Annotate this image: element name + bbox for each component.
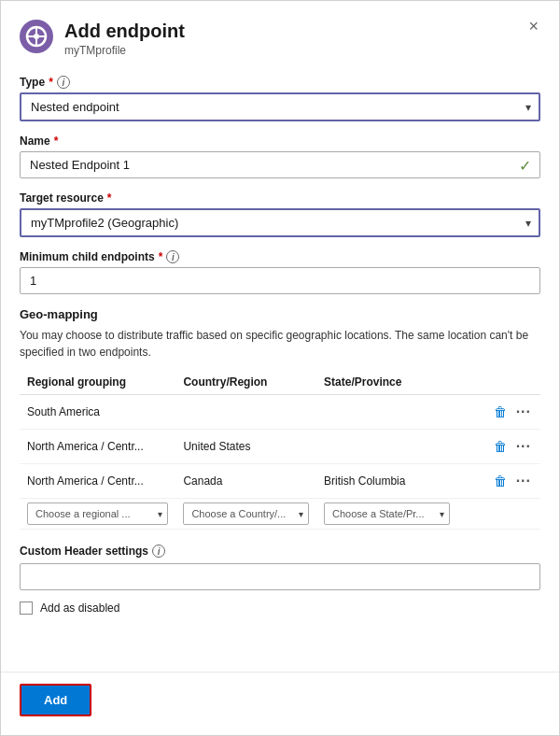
min-child-field-group: Minimum child endpoints * i	[20, 250, 540, 294]
min-child-label: Minimum child endpoints * i	[20, 250, 540, 263]
type-required: *	[49, 76, 53, 89]
action-icons: 🗑 ···	[465, 471, 533, 491]
title-group: Add endpoint myTMprofile	[64, 20, 185, 57]
dropdown-row-actions	[457, 499, 540, 530]
min-child-required: *	[159, 250, 163, 263]
dialog-body: Type * i Nested endpoint ▾ Name * ✓	[1, 66, 559, 672]
target-resource-select[interactable]: myTMprofile2 (Geographic)	[20, 208, 540, 237]
geo-row-state	[316, 430, 457, 464]
geo-row-actions: 🗑 ···	[457, 430, 540, 464]
more-options-button[interactable]: ···	[514, 436, 533, 457]
geo-mapping-table: Regional grouping Country/Region State/P…	[20, 370, 540, 530]
delete-row-button[interactable]: 🗑	[492, 437, 509, 456]
type-field-group: Type * i Nested endpoint ▾	[20, 76, 540, 121]
target-resource-field-group: Target resource * myTMprofile2 (Geograph…	[20, 191, 540, 237]
geo-mapping-section: Geo-mapping You may choose to distribute…	[20, 307, 540, 530]
geo-table-row: South America 🗑 ···	[20, 395, 540, 430]
geo-row-actions: 🗑 ···	[457, 464, 540, 499]
geo-table-row: North America / Centr... Canada British …	[20, 464, 540, 499]
type-info-icon[interactable]: i	[57, 76, 70, 89]
col-header-country: Country/Region	[175, 370, 316, 395]
name-label: Name *	[20, 134, 540, 148]
dialog-footer: Add	[1, 672, 559, 735]
dialog-subtitle: myTMprofile	[64, 44, 185, 57]
col-header-regional: Regional grouping	[20, 370, 175, 395]
geo-mapping-title: Geo-mapping	[20, 307, 540, 321]
geo-row-actions: 🗑 ···	[457, 395, 540, 430]
type-select[interactable]: Nested endpoint	[20, 92, 540, 121]
type-select-wrapper: Nested endpoint ▾	[20, 92, 540, 121]
target-resource-required: *	[107, 191, 112, 205]
geo-table-row: North America / Centr... United States 🗑…	[20, 430, 540, 464]
name-required: *	[54, 134, 59, 148]
more-options-button[interactable]: ···	[514, 471, 533, 491]
close-button[interactable]: ×	[523, 16, 544, 36]
delete-row-button[interactable]: 🗑	[492, 403, 509, 421]
geo-mapping-desc: You may choose to distribute traffic bas…	[20, 327, 540, 361]
delete-row-button[interactable]: 🗑	[492, 472, 509, 490]
geo-row-country: Canada	[175, 464, 316, 499]
geo-row-state	[316, 395, 457, 430]
geo-table-header-row: Regional grouping Country/Region State/P…	[20, 370, 540, 395]
name-check-icon: ✓	[519, 156, 531, 174]
type-label: Type * i	[20, 76, 540, 89]
dialog-title: Add endpoint	[64, 20, 185, 42]
traffic-manager-icon	[20, 20, 53, 53]
country-dropdown-cell: Choose a Country/... ▾	[175, 499, 316, 530]
geo-row-country: United States	[175, 430, 316, 464]
geo-row-regional: North America / Centr...	[20, 464, 175, 499]
custom-header-input[interactable]	[20, 563, 540, 590]
add-disabled-label: Add as disabled	[40, 602, 119, 615]
custom-header-section: Custom Header settings i	[20, 545, 540, 590]
col-header-actions	[457, 370, 540, 395]
name-field-group: Name * ✓	[20, 134, 540, 178]
state-dropdown-wrapper: Choose a State/Pr... ▾	[324, 502, 450, 525]
geo-row-country	[175, 395, 316, 430]
regional-dropdown-cell: Choose a regional ... ▾	[20, 499, 175, 530]
state-dropdown-cell: Choose a State/Pr... ▾	[316, 499, 457, 530]
svg-point-2	[34, 34, 39, 39]
regional-dropdown-wrapper: Choose a regional ... ▾	[27, 502, 168, 525]
action-icons: 🗑 ···	[465, 436, 533, 457]
action-icons: 🗑 ···	[465, 402, 533, 422]
name-input[interactable]	[20, 151, 540, 178]
country-dropdown[interactable]: Choose a Country/...	[183, 502, 309, 525]
target-resource-select-wrapper: myTMprofile2 (Geographic) ▾	[20, 208, 540, 237]
col-header-state: State/Province	[316, 370, 457, 395]
more-options-button[interactable]: ···	[514, 402, 533, 422]
target-resource-label: Target resource *	[20, 191, 540, 205]
geo-dropdown-row: Choose a regional ... ▾ Choose a Country…	[20, 499, 540, 530]
custom-header-label: Custom Header settings i	[20, 545, 540, 558]
country-dropdown-wrapper: Choose a Country/... ▾	[183, 502, 309, 525]
min-child-input[interactable]	[20, 267, 540, 294]
add-endpoint-dialog: Add endpoint myTMprofile × Type * i Nest…	[0, 0, 560, 736]
dialog-header: Add endpoint myTMprofile ×	[1, 1, 559, 66]
regional-dropdown[interactable]: Choose a regional ...	[27, 502, 168, 525]
add-button[interactable]: Add	[20, 684, 91, 716]
min-child-info-icon[interactable]: i	[166, 250, 179, 263]
geo-row-regional: South America	[20, 395, 175, 430]
geo-row-state: British Columbia	[316, 464, 457, 499]
custom-header-info-icon[interactable]: i	[152, 545, 165, 558]
add-as-disabled-row: Add as disabled	[20, 602, 540, 615]
geo-row-regional: North America / Centr...	[20, 430, 175, 464]
add-disabled-checkbox[interactable]	[20, 602, 33, 615]
state-dropdown[interactable]: Choose a State/Pr...	[324, 502, 450, 525]
name-input-wrapper: ✓	[20, 151, 540, 178]
